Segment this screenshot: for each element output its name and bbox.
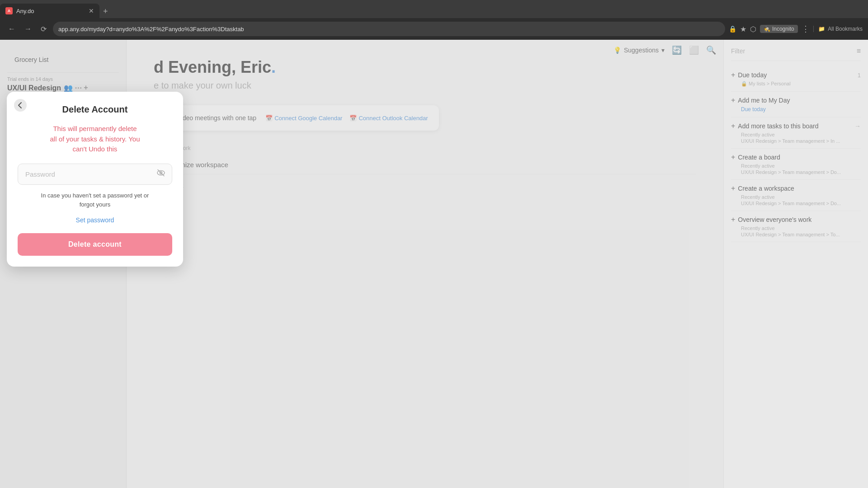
new-tab-button[interactable]: + bbox=[103, 7, 108, 16]
password-hint: In case you haven't set a password yet o… bbox=[18, 191, 172, 210]
set-password-link-wrap: Set password bbox=[18, 216, 172, 224]
svg-point-0 bbox=[14, 99, 27, 112]
delete-account-modal: Delete Account This will permanently del… bbox=[7, 92, 183, 267]
active-tab[interactable]: A Any.do ✕ bbox=[0, 4, 99, 18]
nav-right: 🔒 ★ ⬡ 🕵 Incognito ⋮ 📁 All Bookmarks bbox=[729, 24, 863, 34]
back-arrow-icon bbox=[14, 99, 27, 112]
address-text: app.any.do/myday?d=anydo%3A%2F%2Fanydo%3… bbox=[58, 26, 244, 33]
bookmark-icon[interactable]: ★ bbox=[740, 25, 746, 33]
modal-warning: This will permanently delete all of your… bbox=[18, 124, 172, 155]
menu-button[interactable]: ⋮ bbox=[802, 24, 810, 34]
incognito-badge: 🕵 Incognito bbox=[760, 25, 798, 33]
extension-icon[interactable]: ⬡ bbox=[750, 25, 756, 33]
nav-bar: ← → ⟳ app.any.do/myday?d=anydo%3A%2F%2Fa… bbox=[0, 18, 868, 40]
all-bookmarks: 📁 All Bookmarks bbox=[813, 26, 863, 32]
tab-title: Any.do bbox=[16, 8, 85, 14]
incognito-icon: 🕵 bbox=[764, 26, 770, 32]
incognito-label: Incognito bbox=[772, 26, 794, 32]
lock-icon: 🔒 bbox=[729, 25, 736, 33]
address-bar[interactable]: app.any.do/myday?d=anydo%3A%2F%2Fanydo%3… bbox=[53, 22, 725, 36]
modal-back-button[interactable] bbox=[14, 99, 27, 113]
set-password-link[interactable]: Set password bbox=[76, 216, 114, 224]
eye-toggle-icon[interactable] bbox=[156, 168, 166, 180]
password-field-wrap bbox=[18, 164, 172, 185]
password-input[interactable] bbox=[18, 164, 172, 185]
tab-close-button[interactable]: ✕ bbox=[89, 7, 94, 14]
tab-bar: A Any.do ✕ + bbox=[0, 0, 868, 18]
back-button[interactable]: ← bbox=[5, 23, 18, 35]
reload-button[interactable]: ⟳ bbox=[38, 23, 49, 35]
app-container: Grocery List Trial ends in 14 days UX/UI… bbox=[0, 40, 868, 488]
tab-favicon: A bbox=[5, 7, 13, 14]
delete-account-button[interactable]: Delete account bbox=[18, 233, 172, 256]
modal-title: Delete Account bbox=[18, 104, 172, 115]
forward-button[interactable]: → bbox=[22, 23, 34, 35]
browser-chrome: A Any.do ✕ + ← → ⟳ app.any.do/myday?d=an… bbox=[0, 0, 868, 40]
